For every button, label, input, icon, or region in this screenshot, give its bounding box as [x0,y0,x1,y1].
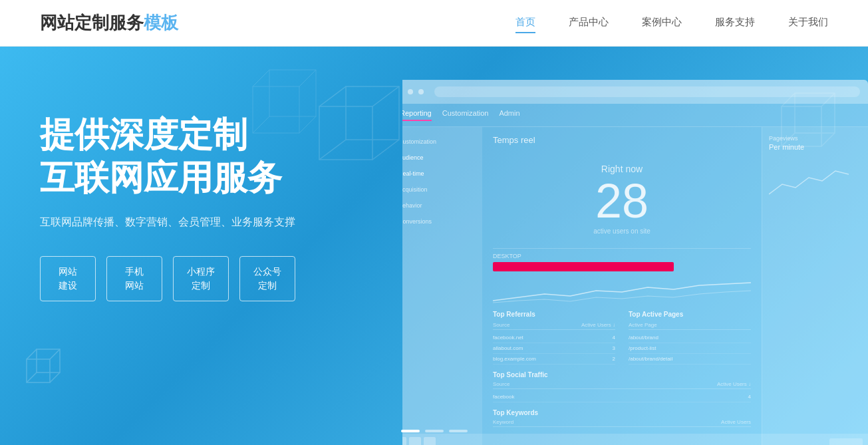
sidebar-behavior: Behavior [402,198,482,214]
top-referrals-header: Source Active Users ↓ [493,322,615,330]
table-row: /about/brand/detail [629,354,751,365]
top-sections: Top Referrals Source Active Users ↓ face… [493,311,751,365]
sidebar-audience: Audience [402,150,482,166]
device-bar [493,262,674,271]
sidebar-realtime: Real-time [402,166,482,182]
hero-section: 提供深度定制 互联网应用服务 互联网品牌传播、数字营销、会员管理、业务服务支撑 … [0,47,868,445]
top-referrals-col: Top Referrals Source Active Users ↓ face… [493,311,615,365]
analytics-chrome-bar [402,80,868,104]
nav-item-about[interactable]: 关于我们 [788,13,828,33]
header: 网站定制服务模板 首页 产品中心 案例中心 服务支持 关于我们 [0,0,868,47]
right-now-label: Right now [493,164,751,174]
nav-item-support[interactable]: 服务支持 [715,13,755,33]
keywords-title: Top Keywords [493,409,751,416]
top-referrals-title: Top Referrals [493,311,615,318]
right-now-number: 28 [493,177,751,225]
btn-miniprogram[interactable]: 小程序 定制 [173,256,229,301]
chrome-dot-3 [418,89,424,94]
hero-buttons: 网站 建设 手机 网站 小程序 定制 公众号 定制 [40,256,295,301]
taskbar-clock [829,438,863,445]
section-label: Temps reel [493,135,751,145]
table-row: /product-list [629,343,751,354]
slide-indicators [401,430,468,432]
pageviews-label: Pageviews [769,135,861,142]
nav-item-products[interactable]: 产品中心 [569,13,609,33]
top-pages-title: Top Active Pages [629,311,751,318]
hero-left-content: 提供深度定制 互联网应用服务 互联网品牌传播、数字营销、会员管理、业务服务支撑 … [40,113,295,301]
hero-right-analytics: Reporting Customization Admin Customizat… [402,47,868,445]
tab-customization[interactable]: Customization [442,109,489,121]
sidebar-customization: Customization [402,134,482,150]
sidebar-conversions: Conversions [402,214,482,229]
social-header: Source Active Users ↓ [493,381,751,389]
taskbar-item [424,437,436,445]
chrome-url-bar [434,86,860,97]
analytics-inner: Reporting Customization Admin Customizat… [402,80,868,445]
svg-line-20 [253,70,269,86]
tab-reporting[interactable]: Reporting [402,109,432,121]
table-row: allabout.com 3 [493,343,615,354]
analytics-tabs: Reporting Customization Admin [402,104,868,127]
top-pages-col: Top Active Pages Active Page /about/bran… [629,311,751,365]
table-row: /about/brand [629,333,751,343]
analytics-body: Customization Audience Real-time Acquisi… [402,127,868,445]
mini-sparkline [493,277,751,304]
per-minute-label: Per minute [769,143,861,151]
analytics-main-content: Temps reel Right now 28 active users on … [482,127,762,445]
dot-1[interactable] [401,430,420,432]
right-now-block: Right now 28 active users on site [493,150,751,241]
tab-admin[interactable]: Admin [499,109,519,121]
taskbar-item [409,437,421,445]
keywords-header: Keyword Active Users [493,419,751,427]
table-row: blog.example.com 2 [493,354,615,365]
dot-3[interactable] [449,430,468,432]
logo: 网站定制服务模板 [40,11,178,35]
btn-website[interactable]: 网站 建设 [40,256,96,301]
svg-line-23 [299,116,316,133]
nav-item-cases[interactable]: 案例中心 [642,13,682,33]
nav-item-home[interactable]: 首页 [515,13,535,33]
analytics-sidebar: Customization Audience Real-time Acquisi… [402,127,482,445]
analytics-right-panel: Pageviews Per minute [762,127,868,445]
btn-wechat[interactable]: 公众号 定制 [239,256,295,301]
social-title: Top Social Traffic [493,371,751,378]
logo-sub-text: 模板 [144,13,178,33]
svg-line-21 [299,70,316,86]
chrome-dot-2 [408,89,413,94]
logo-main-text: 网站定制服务 [40,13,144,33]
table-row: facebook 4 [493,392,751,402]
right-now-sublabel: active users on site [493,227,751,235]
pageview-chart [769,158,855,198]
main-nav: 首页 产品中心 案例中心 服务支持 关于我们 [515,13,828,33]
sidebar-acquisition: Acquisition [402,182,482,198]
top-pages-header: Active Page [629,322,751,330]
hero-subtitle: 互联网品牌传播、数字营销、会员管理、业务服务支撑 [40,216,295,229]
table-row: facebook.net 4 [493,333,615,343]
keywords-section: Top Keywords Keyword Active Users [493,409,751,427]
btn-mobile[interactable]: 手机 网站 [106,256,162,301]
analytics-taskbar [402,434,868,445]
device-section: DESKTOP [493,248,751,277]
dot-2[interactable] [425,430,444,432]
hero-title: 提供深度定制 互联网应用服务 [40,113,295,200]
analytics-screenshot: Reporting Customization Admin Customizat… [402,80,868,445]
taskbar-item [402,437,406,445]
device-label: DESKTOP [493,253,751,259]
social-section: Top Social Traffic Source Active Users ↓… [493,371,751,402]
